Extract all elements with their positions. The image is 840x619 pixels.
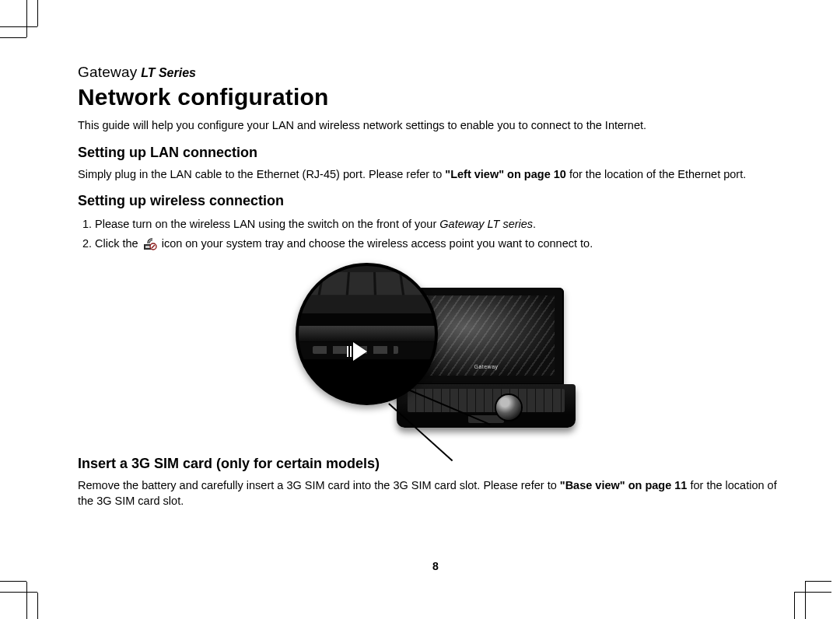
lan-crossref: "Left view" on page 10 <box>445 168 566 180</box>
magnified-front-edge <box>299 326 435 341</box>
section-heading-wireless: Setting up wireless connection <box>78 193 793 209</box>
sim-text-a: Remove the battery and carefully insert … <box>78 479 560 491</box>
figure-container: Gateway <box>78 263 793 445</box>
sim-crossref: "Base view" on page 11 <box>560 479 688 491</box>
lan-text-b: for the location of the Ethernet port. <box>566 168 746 180</box>
crop-mark <box>26 0 27 37</box>
crop-mark <box>0 37 26 38</box>
page-title: Network configuration <box>78 84 793 110</box>
crop-mark <box>37 593 38 619</box>
step1-product-name: Gateway LT series <box>439 218 533 230</box>
wireless-step-1: Please turn on the wireless LAN using th… <box>95 215 793 233</box>
section-heading-sim: Insert a 3G SIM card (only for certain m… <box>78 456 793 472</box>
wireless-steps: Please turn on the wireless LAN using th… <box>78 215 793 255</box>
product-series: LT Series <box>141 66 196 79</box>
crop-mark <box>26 582 27 619</box>
magnifier-callout <box>296 263 438 405</box>
step1-text-b: . <box>533 218 536 230</box>
wireless-tray-icon <box>143 236 157 255</box>
page-content: Gateway LT Series Network configuration … <box>78 64 793 572</box>
section-heading-lan: Setting up LAN connection <box>78 145 793 161</box>
wireless-step-2: Click the icon on your system tray and c… <box>95 235 793 255</box>
crop-mark <box>805 581 831 582</box>
laptop-screen: Gateway <box>418 296 555 376</box>
svg-rect-1 <box>145 246 150 248</box>
crop-mark <box>0 581 26 582</box>
crop-mark <box>805 582 806 619</box>
step1-text-a: Please turn on the wireless LAN using th… <box>95 218 439 230</box>
crop-mark <box>794 592 831 593</box>
page-number: 8 <box>78 560 793 572</box>
crop-mark <box>0 592 37 593</box>
crop-mark <box>37 0 38 26</box>
intro-paragraph: This guide will help you configure your … <box>78 118 793 134</box>
crop-mark <box>794 593 795 619</box>
arrow-right-icon <box>353 342 367 361</box>
screen-logo: Gateway <box>474 364 498 369</box>
front-detail-callout <box>496 395 521 420</box>
crop-mark <box>0 26 37 27</box>
sim-paragraph: Remove the battery and carefully insert … <box>78 478 793 509</box>
step2-text-a: Click the <box>95 237 142 250</box>
magnified-keyboard-edge <box>296 272 438 295</box>
laptop-figure: Gateway <box>296 263 576 442</box>
lan-paragraph: Simply plug in the LAN cable to the Ethe… <box>78 167 793 183</box>
step2-text-b: icon on your system tray and choose the … <box>159 237 593 250</box>
brand-name: Gateway <box>78 64 137 80</box>
running-header: Gateway LT Series <box>78 64 793 81</box>
lan-text-a: Simply plug in the LAN cable to the Ethe… <box>78 168 445 180</box>
